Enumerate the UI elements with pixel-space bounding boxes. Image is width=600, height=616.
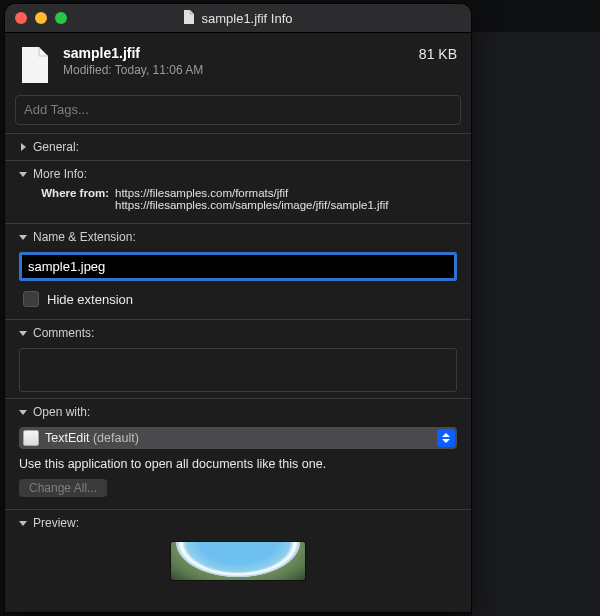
file-size: 81 KB [419,45,457,62]
chevron-down-icon [19,170,27,178]
window-title: sample1.jfif Info [201,11,292,26]
section-general-label: General: [33,140,79,154]
document-icon [183,10,195,27]
section-comments-label: Comments: [33,326,94,340]
dropdown-stepper-icon [437,429,455,447]
hide-extension-label: Hide extension [47,292,133,307]
where-from-label: Where from: [19,187,115,199]
textedit-app-icon [23,430,39,446]
filename-input[interactable] [19,252,457,281]
section-preview-label: Preview: [33,516,79,530]
open-with-app-label: TextEdit (default) [45,431,431,445]
chevron-right-icon [19,143,27,151]
traffic-lights [15,12,67,24]
section-name-extension-header[interactable]: Name & Extension: [19,230,457,244]
chevron-down-icon [19,408,27,416]
zoom-window-button[interactable] [55,12,67,24]
file-icon [19,45,51,85]
section-open-with-header[interactable]: Open with: [19,405,457,419]
where-from-value: https://filesamples.com/samples/image/jf… [115,199,457,211]
file-modified: Modified: Today, 11:06 AM [63,63,407,77]
chevron-down-icon [19,329,27,337]
tags-placeholder: Add Tags... [24,102,89,117]
info-window: sample1.jfif Info sample1.jfif Modified:… [5,4,471,612]
hide-extension-checkbox[interactable] [23,291,39,307]
file-header: sample1.jfif Modified: Today, 11:06 AM 8… [5,33,471,95]
section-name-extension: Name & Extension: Hide extension [5,223,471,319]
minimize-window-button[interactable] [35,12,47,24]
open-with-description: Use this application to open all documen… [19,457,457,471]
section-general-header[interactable]: General: [19,140,457,154]
section-general: General: [5,133,471,160]
chevron-down-icon [19,519,27,527]
section-preview-header[interactable]: Preview: [19,516,457,530]
section-name-extension-label: Name & Extension: [33,230,136,244]
title-bar: sample1.jfif Info [5,4,471,33]
section-open-with: Open with: TextEdit (default) Use this a… [5,398,471,509]
section-more-info-header[interactable]: More Info: [19,167,457,181]
section-preview: Preview: [5,509,471,612]
comments-field[interactable] [19,348,457,392]
file-name: sample1.jfif [63,45,407,61]
desktop-background-region [472,32,600,616]
section-more-info: More Info: Where from: https://filesampl… [5,160,471,223]
where-from-value: https://filesamples.com/formats/jfif [115,187,457,199]
section-more-info-label: More Info: [33,167,87,181]
chevron-down-icon [19,233,27,241]
section-open-with-label: Open with: [33,405,90,419]
tags-field[interactable]: Add Tags... [15,95,461,125]
section-comments-header[interactable]: Comments: [19,326,457,340]
open-with-app-select[interactable]: TextEdit (default) [19,427,457,449]
close-window-button[interactable] [15,12,27,24]
section-comments: Comments: [5,319,471,398]
change-all-button[interactable]: Change All... [19,479,107,497]
preview-thumbnail[interactable] [171,542,305,580]
